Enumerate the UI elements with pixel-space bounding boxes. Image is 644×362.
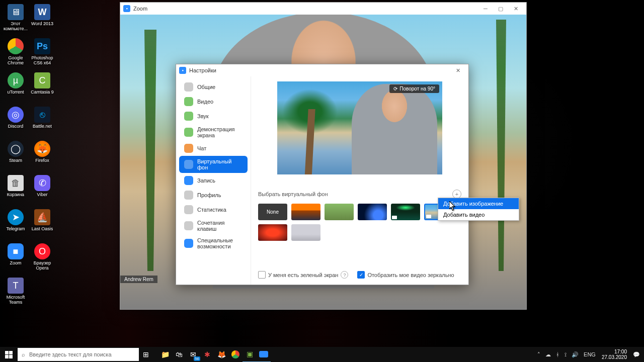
nav-gen[interactable]: Общие <box>179 80 248 94</box>
opera-icon: O <box>34 243 50 259</box>
desktop-icon-teams[interactable]: TMicrosoft Teams <box>3 278 28 308</box>
nav-keys[interactable]: Сочетания клавиш <box>179 217 248 234</box>
rec-nav-icon <box>184 176 193 185</box>
acc-nav-icon <box>184 239 193 248</box>
taskbar-app-red[interactable]: ✱ <box>200 347 214 362</box>
mirror-video-checkbox[interactable]: ✓ Отобразить мое видео зеркально <box>357 271 454 279</box>
ut-icon: µ <box>8 72 24 88</box>
nav-aud[interactable]: Звук <box>179 109 248 123</box>
desktop-icon-zoom[interactable]: ■Zoom <box>3 243 28 274</box>
taskbar-camtasia[interactable]: ▣ <box>243 346 257 362</box>
nav-rec[interactable]: Запись <box>179 173 248 188</box>
thumb-dragon[interactable] <box>258 224 287 241</box>
nav-prof[interactable]: Профиль <box>179 188 248 202</box>
thumb-city-street[interactable] <box>291 224 320 241</box>
desktop-icon-disc[interactable]: ◎Discord <box>3 107 28 137</box>
task-view-button[interactable]: ⊞ <box>139 347 153 362</box>
desktop-icon-pc[interactable]: 🖥Этот компьюте... <box>3 4 28 34</box>
start-button[interactable] <box>0 347 17 362</box>
tray-onedrive-icon[interactable]: ☁ <box>543 351 553 358</box>
tg-icon: ➤ <box>8 209 24 225</box>
tray-language[interactable]: ENG <box>582 351 598 357</box>
taskbar-chrome[interactable] <box>228 347 243 362</box>
desktop-icon-opera[interactable]: OБраузер Opera <box>30 243 55 274</box>
desktop-icon-tg[interactable]: ➤Telegram <box>3 209 28 239</box>
chat-nav-icon <box>184 144 193 153</box>
taskbar-store[interactable]: 🛍 <box>172 347 186 362</box>
tray-notifications-icon[interactable]: 💬 <box>631 351 642 358</box>
checkbox-checked-icon: ✓ <box>357 271 365 279</box>
taskbar-file-explorer[interactable]: 📁 <box>158 347 172 362</box>
tray-bluetooth-icon[interactable]: ᚼ <box>554 351 561 357</box>
nav-stat[interactable]: Статистика <box>179 203 248 217</box>
thumb-none[interactable]: None <box>258 204 287 220</box>
virtual-bg-preview: ⟳ Поворот на 90° <box>277 81 442 174</box>
disc-icon: ◎ <box>8 107 24 123</box>
taskbar-mail[interactable]: ✉56 <box>186 347 200 362</box>
tray-network-icon[interactable]: ⟟ <box>562 351 569 358</box>
settings-close-button[interactable]: ✕ <box>450 64 465 76</box>
desktop-icon-ut[interactable]: µuTorrent <box>3 72 28 103</box>
zoom-app-icon: ▪ <box>123 5 130 12</box>
settings-window-title: Настройки <box>189 67 216 73</box>
prof-nav-icon <box>184 191 193 200</box>
settings-nav: ОбщиеВидеоЗвукДемонстрация экранаЧатВирт… <box>176 76 251 285</box>
bnet-icon: ⎋ <box>34 107 50 123</box>
close-button[interactable]: ✕ <box>508 3 523 15</box>
word-icon: W <box>34 4 50 20</box>
nav-shr[interactable]: Демонстрация экрана <box>179 124 248 141</box>
green-screen-checkbox[interactable]: У меня есть зеленый экран ? <box>258 271 348 279</box>
chrome-icon <box>8 38 24 54</box>
ff-icon: 🦊 <box>34 141 50 157</box>
minimize-button[interactable]: ─ <box>478 3 493 15</box>
rotate-90-button[interactable]: ⟳ Поворот на 90° <box>389 84 439 93</box>
tray-chevron-up-icon[interactable]: ˄ <box>535 351 542 358</box>
stat-nav-icon <box>184 205 193 214</box>
choose-vb-label: Выбрать виртуальный фон <box>258 191 328 197</box>
desktop-icon-steam[interactable]: ◯Steam <box>3 141 28 171</box>
video-icon <box>426 215 431 218</box>
video-icon <box>392 216 397 219</box>
desktop-icon-ff[interactable]: 🦊Firefox <box>30 141 55 171</box>
desktop-icon-bnet[interactable]: ⎋Battle.net <box>30 107 55 137</box>
taskbar-search[interactable]: ⌕ Введите здесь текст для поиска <box>18 348 139 361</box>
nav-acc[interactable]: Специальные возможности <box>179 235 248 252</box>
thumb-golden-gate[interactable] <box>291 204 320 220</box>
taskbar-zoom[interactable] <box>257 346 271 362</box>
desktop-icon-cam[interactable]: CCamtasia 9 <box>30 72 55 103</box>
nav-vid[interactable]: Видео <box>179 95 248 109</box>
maximize-button[interactable]: ▢ <box>493 3 508 15</box>
zoom-titlebar[interactable]: ▪ Zoom ─ ▢ ✕ <box>120 3 526 15</box>
thumb-aurora[interactable] <box>391 204 420 220</box>
checkbox-unchecked-icon <box>258 271 266 279</box>
settings-app-icon: ▪ <box>179 67 186 74</box>
aud-nav-icon <box>184 112 193 121</box>
help-icon[interactable]: ? <box>341 271 348 279</box>
rotate-icon: ⟳ <box>393 86 397 92</box>
desktop-icon-word[interactable]: WWord 2013 <box>30 4 55 34</box>
settings-titlebar[interactable]: ▪ Настройки ✕ <box>176 64 468 76</box>
thumb-grass[interactable] <box>325 204 354 220</box>
trash-icon: 🗑 <box>8 175 24 191</box>
nav-vb[interactable]: Виртуальный фон <box>179 156 248 173</box>
taskbar: ⌕ Введите здесь текст для поиска ⊞ 📁 🛍 ✉… <box>0 347 644 362</box>
thumb-earth-space[interactable] <box>358 204 387 220</box>
background-thumbs: None <box>258 204 461 241</box>
teams-icon: T <box>8 278 24 294</box>
nav-chat[interactable]: Чат <box>179 141 248 155</box>
lo-icon: ⛵ <box>34 209 50 225</box>
zoom-window-title: Zoom <box>133 6 147 12</box>
taskbar-firefox[interactable]: 🦊 <box>214 347 228 362</box>
tray-volume-icon[interactable]: 🔊 <box>570 351 581 358</box>
desktop-icon-lo[interactable]: ⛵Last Oasis <box>30 209 55 239</box>
tray-clock[interactable]: 17:00 27.03.2020 <box>599 349 630 360</box>
desktop-icon-chrome[interactable]: Google Chrome <box>3 38 28 68</box>
desktop-icon-viber[interactable]: ✆Viber <box>30 175 55 205</box>
desktop-icon-trash[interactable]: 🗑Корзина <box>3 175 28 205</box>
zoom-icon: ■ <box>8 243 24 259</box>
search-icon: ⌕ <box>22 351 25 357</box>
steam-icon: ◯ <box>8 141 24 157</box>
settings-content: ⟳ Поворот на 90° Выбрать виртуальный фон… <box>251 76 468 285</box>
viber-icon: ✆ <box>34 175 50 191</box>
desktop-icon-ps[interactable]: PsPhotoshop CS6 x64 <box>30 38 55 68</box>
